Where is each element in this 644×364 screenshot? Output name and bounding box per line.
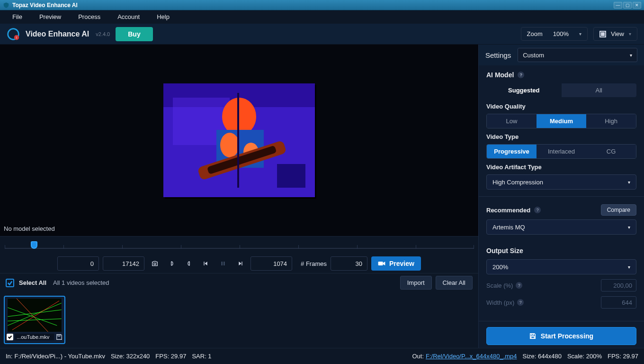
start-frame-input[interactable]: 0 [57, 256, 99, 271]
end-frame-input[interactable]: 17142 [103, 256, 144, 271]
snapshot-button[interactable] [148, 257, 161, 270]
svg-point-11 [220, 133, 239, 157]
thumb-checkbox[interactable] [7, 334, 13, 340]
output-size-value: 200% [492, 264, 508, 271]
svg-marker-25 [383, 262, 385, 265]
import-button[interactable]: Import [400, 276, 432, 290]
select-all-label: Select All [19, 279, 46, 286]
clear-all-button[interactable]: Clear All [436, 276, 473, 290]
start-processing-label: Start Processing [541, 332, 593, 340]
type-cg[interactable]: CG [586, 145, 636, 158]
titlebar: Topaz Video Enhance AI — ▢ ✕ [0, 0, 644, 10]
step-back-button[interactable] [199, 257, 213, 270]
buy-button[interactable]: Buy [116, 27, 152, 41]
svg-rect-24 [378, 262, 383, 265]
settings-preset-dropdown[interactable]: Custom ▾ [518, 48, 637, 62]
step-forward-button[interactable] [233, 257, 247, 270]
scale-label: Scale (%) [486, 282, 513, 289]
mark-in-button[interactable] [165, 257, 179, 270]
menu-help[interactable]: Help [148, 11, 178, 22]
quality-low[interactable]: Low [487, 114, 537, 128]
view-label: View [611, 30, 624, 37]
tab-all[interactable]: All [562, 83, 637, 97]
appbar: ! Video Enhance AI v2.4.0 Buy Zoom 100% … [0, 24, 644, 45]
select-all-checkbox[interactable] [6, 279, 14, 287]
selection-summary: All 1 videos selected [53, 279, 109, 286]
chevron-down-icon: ▾ [579, 31, 581, 36]
recommended-label: Recommended [486, 207, 530, 214]
compare-button[interactable]: Compare [601, 204, 636, 216]
help-icon[interactable]: ? [516, 282, 522, 289]
save-icon[interactable] [56, 334, 63, 340]
view-dropdown[interactable]: View ▾ [593, 27, 637, 41]
frames-count-input[interactable]: 30 [331, 256, 367, 271]
svg-rect-15 [277, 164, 305, 188]
video-type-label: Video Type [486, 133, 636, 140]
svg-rect-34 [531, 334, 533, 336]
app-icon [3, 2, 9, 9]
svg-rect-23 [242, 262, 242, 265]
svg-rect-19 [204, 262, 204, 265]
video-list: ...ouTube.mkv [0, 292, 478, 348]
menu-account[interactable]: Account [109, 11, 148, 22]
settings-label: Settings [485, 51, 511, 59]
maximize-button[interactable]: ▢ [623, 2, 632, 9]
app-version: v2.4.0 [96, 31, 110, 37]
model-tabs: Suggested All [486, 83, 636, 97]
help-icon[interactable]: ? [518, 72, 524, 78]
output-size-heading: Output Size [486, 247, 636, 255]
in-size: Size: 322x240 [111, 353, 150, 360]
video-type-segment: Progressive Interlaced CG [486, 144, 636, 159]
chevron-down-icon: ▾ [628, 264, 630, 270]
start-processing-button[interactable]: Start Processing [486, 327, 636, 345]
preview-viewport[interactable]: No model selected [0, 45, 478, 236]
minimize-button[interactable]: — [614, 2, 622, 9]
pause-button[interactable] [216, 257, 230, 270]
menu-file[interactable]: File [4, 11, 31, 22]
video-thumbnail[interactable]: ...ouTube.mkv [4, 296, 65, 344]
svg-marker-18 [205, 262, 207, 265]
artifact-type-dropdown[interactable]: High Compression ▾ [486, 174, 636, 190]
video-list-header: Select All All 1 videos selected Import … [0, 273, 478, 292]
width-input[interactable]: 644 [601, 296, 636, 309]
recommended-model-value: Artemis MQ [492, 224, 525, 231]
menu-preview[interactable]: Preview [31, 11, 70, 22]
help-icon[interactable]: ? [534, 207, 541, 213]
width-label: Width (px) [486, 299, 514, 306]
tab-suggested[interactable]: Suggested [486, 83, 562, 97]
svg-rect-16 [237, 93, 239, 188]
out-size: Size: 644x480 [523, 353, 562, 360]
mark-out-button[interactable] [182, 257, 196, 270]
svg-text:!: ! [16, 36, 17, 39]
help-icon[interactable]: ? [517, 299, 524, 306]
settings-header: Settings Custom ▾ [479, 45, 644, 65]
svg-rect-20 [222, 262, 223, 265]
preview-button-label: Preview [389, 260, 414, 267]
svg-rect-21 [224, 262, 224, 265]
current-frame-input[interactable]: 1074 [250, 256, 292, 271]
scale-input[interactable]: 200,00 [601, 279, 636, 291]
type-progressive[interactable]: Progressive [487, 145, 537, 158]
settings-preset-value: Custom [523, 52, 544, 59]
window-title: Topaz Video Enhance AI [12, 2, 78, 9]
output-size-dropdown[interactable]: 200% ▾ [486, 259, 636, 274]
artifact-type-label: Video Artifact Type [486, 164, 636, 171]
frames-label: # Frames [301, 260, 327, 267]
timeline[interactable] [0, 236, 478, 254]
quality-high[interactable]: High [586, 114, 636, 128]
out-path-link[interactable]: F:/Rel/Video/P...x_644x480_.mp4 [426, 353, 517, 360]
timeline-handle[interactable] [31, 241, 37, 249]
thumb-filename: ...ouTube.mkv [15, 334, 54, 340]
svg-marker-22 [239, 262, 241, 265]
zoom-dropdown[interactable]: Zoom 100% ▾ [521, 27, 588, 41]
svg-rect-33 [58, 335, 60, 337]
preview-button[interactable]: Preview [371, 256, 421, 271]
playback-controls: 0 17142 1074 # Frames 30 Preview [0, 254, 478, 273]
recommended-model-dropdown[interactable]: Artemis MQ ▾ [486, 219, 636, 235]
video-frame [163, 83, 315, 197]
status-bar: In: F:/Rel/Video/Pi...) - YouTube.mkv Si… [0, 348, 644, 364]
quality-medium[interactable]: Medium [537, 114, 586, 128]
menu-process[interactable]: Process [70, 11, 109, 22]
close-button[interactable]: ✕ [633, 2, 641, 9]
type-interlaced[interactable]: Interlaced [537, 145, 586, 158]
